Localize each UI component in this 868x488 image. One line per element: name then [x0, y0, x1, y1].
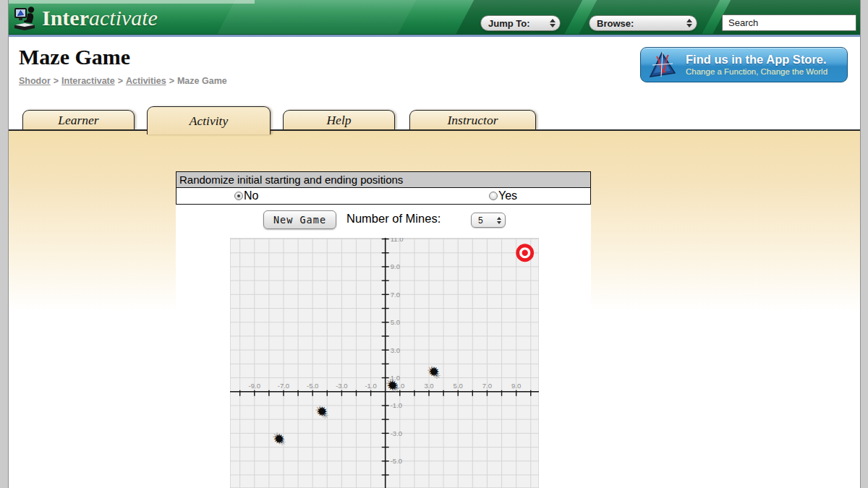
svg-text:-1.0: -1.0 [391, 401, 402, 409]
page-column: Interactivate Jump To: Browse: Maze Game… [8, 0, 861, 488]
radio-yes[interactable]: Yes [489, 188, 517, 204]
randomize-table: Randomize initial starting and ending po… [176, 171, 591, 205]
svg-text:-5.0: -5.0 [391, 457, 402, 465]
svg-text:-7.0: -7.0 [278, 382, 289, 390]
svg-text:3.0: 3.0 [391, 346, 400, 354]
svg-text:✹: ✹ [428, 364, 440, 380]
randomize-options-row: No Yes [176, 188, 590, 204]
number-of-mines-label: Number of Mines: [346, 212, 441, 226]
new-game-button[interactable]: New Game [263, 210, 336, 229]
logo-wordmark: Interactivate [42, 6, 158, 30]
jump-to-dropdown[interactable]: Jump To: [480, 15, 561, 31]
browse-dropdown[interactable]: Browse: [589, 15, 697, 31]
dropdown-arrows-icon [497, 217, 501, 224]
breadcrumb-link-activities[interactable]: Activities [126, 76, 166, 86]
page-title: Maze Game [19, 45, 130, 69]
tab-label: Learner [58, 113, 98, 128]
dropdown-arrows-icon [686, 19, 692, 27]
radio-no[interactable]: No [234, 188, 258, 204]
logo-text-bold: Inter [42, 6, 89, 30]
logo-text-italic: activate [89, 6, 158, 30]
breadcrumb: Shodor>Interactivate>Activities>Maze Gam… [19, 76, 227, 86]
tab-label: Activity [190, 114, 228, 129]
svg-text:5.0: 5.0 [391, 318, 400, 326]
randomize-header: Randomize initial starting and ending po… [176, 172, 590, 188]
svg-text:-9.0: -9.0 [249, 382, 260, 390]
header-blue-line [9, 35, 860, 37]
app-store-button[interactable]: Find us in the App Store. Change a Funct… [640, 47, 848, 82]
tab-instructor[interactable]: Instructor [409, 110, 536, 129]
svg-text:-5.0: -5.0 [307, 382, 318, 390]
tab-label: Help [326, 113, 351, 128]
mine-icon[interactable]: ✳✳✹ [315, 404, 329, 421]
tab-label: Instructor [448, 113, 498, 128]
header-stripe [212, 0, 420, 34]
radio-circle-icon [489, 192, 498, 200]
svg-text:7.0: 7.0 [482, 382, 492, 390]
radio-circle-icon [234, 192, 243, 200]
svg-text:-3.0: -3.0 [391, 429, 402, 437]
svg-text:5.0: 5.0 [454, 382, 463, 390]
svg-text:7.0: 7.0 [391, 291, 400, 299]
interactivate-logo[interactable]: Interactivate [12, 4, 158, 31]
mine-icon[interactable]: ✳✳✹ [386, 377, 399, 394]
svg-text:-1.0: -1.0 [365, 382, 376, 390]
header-highlight [9, 0, 255, 4]
browse-label: Browse: [597, 18, 681, 29]
radio-dot-icon [237, 194, 240, 197]
svg-text:9.0: 9.0 [511, 382, 521, 390]
breadcrumb-link-shodor[interactable]: Shodor [19, 76, 51, 86]
coordinate-grid[interactable]: -9.0-7.0-5.0-3.0-1.01.03.05.07.09.011.01… [230, 238, 539, 488]
svg-text:✹: ✹ [387, 378, 399, 393]
tab-help[interactable]: Help [283, 110, 395, 129]
activity-applet: Randomize initial starting and ending po… [176, 171, 591, 488]
tab-activity[interactable]: Activity [147, 106, 271, 134]
radio-yes-label: Yes [498, 189, 517, 202]
svg-text:9.0: 9.0 [391, 262, 400, 270]
breadcrumb-separator: > [54, 76, 59, 86]
target-icon[interactable] [518, 246, 532, 260]
site-header: Interactivate Jump To: Browse: [9, 0, 860, 34]
dropdown-arrows-icon [550, 19, 556, 27]
app-store-text: Find us in the App Store. Change a Funct… [686, 53, 827, 77]
svg-text:3.0: 3.0 [424, 382, 433, 390]
breadcrumb-separator: > [169, 76, 174, 86]
app-store-line2: Change a Function, Change the World [686, 67, 827, 77]
maze-game-page: { "header": { "logo_bold": "Inter", "log… [0, 0, 868, 488]
breadcrumb-link-interactivate[interactable]: Interactivate [61, 76, 115, 86]
mines-count-value: 5 [478, 215, 491, 226]
mines-count-dropdown[interactable]: 5 [471, 213, 506, 228]
svg-text:11.0: 11.0 [391, 238, 404, 243]
computer-person-icon [12, 4, 38, 31]
svg-text:-3.0: -3.0 [336, 382, 347, 390]
tab-learner[interactable]: Learner [22, 110, 135, 129]
svg-text:✹: ✹ [273, 432, 285, 447]
svg-text:✹: ✹ [316, 404, 328, 419]
breadcrumb-separator: > [118, 76, 123, 86]
mine-icon[interactable]: ✳✳✹ [427, 364, 441, 381]
jump-to-label: Jump To: [488, 18, 544, 29]
breadcrumb-current: Maze Game [177, 76, 227, 86]
app-store-logo-icon [647, 51, 678, 80]
app-store-line1: Find us in the App Store. [686, 53, 827, 67]
search-input[interactable] [722, 14, 856, 31]
tab-bar-border [9, 129, 860, 131]
mine-icon[interactable]: ✳✳✹ [272, 431, 286, 448]
radio-no-label: No [244, 189, 258, 202]
